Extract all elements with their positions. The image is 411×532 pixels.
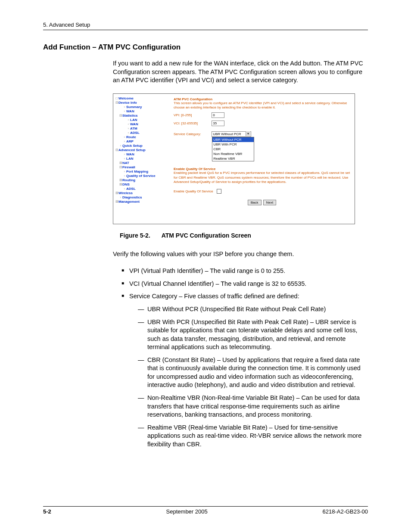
page-footer: 5-2 September 2005 6218-A2-GB23-00 <box>43 506 368 515</box>
vpi-label: VPI: [0-255] <box>174 113 211 117</box>
service-category-options[interactable]: UBR Without PCR UBR With PCR CBR Non Rea… <box>212 137 254 161</box>
tree-routing[interactable]: Routing <box>122 178 135 182</box>
figure-caption: Figure 5-2. ATM PVC Configuration Screen <box>120 232 368 239</box>
bullet-service-category: Service Category – Five classes of traff… <box>121 292 368 448</box>
bullet-vpi: VPI (Virtual Path Identifier) – The vali… <box>121 267 368 275</box>
sub-nrt-vbr: Non-Realtime VBR (Non-Real-time Variable… <box>138 394 368 419</box>
opt-ubr-without-pcr[interactable]: UBR Without PCR <box>212 137 254 142</box>
page-icon: ▫ <box>123 157 126 161</box>
service-category-label: Service Category: <box>174 132 211 136</box>
page-icon: ▫ <box>123 187 126 191</box>
bullet-service-category-text: Service Category – Five classes of traff… <box>129 293 299 300</box>
page-icon: ▫ <box>123 170 126 174</box>
tree-management[interactable]: Management <box>118 200 140 204</box>
minus-icon[interactable]: ⊟ <box>115 101 118 105</box>
tree-arp[interactable]: ARP <box>126 139 134 143</box>
vci-label: VCI: [32-65535] <box>174 121 211 125</box>
page-icon: ▫ <box>123 109 126 114</box>
qos-header: Enable Quality Of Service <box>174 167 350 171</box>
tree-firewall[interactable]: Firewall <box>122 165 135 169</box>
back-button[interactable]: Back <box>248 200 262 205</box>
opt-ubr-with-pcr[interactable]: UBR With PCR <box>212 142 254 147</box>
tree-device-info[interactable]: Device Info <box>118 101 137 105</box>
tree-adsl2[interactable]: ADSL <box>126 187 136 191</box>
page-icon: ▫ <box>119 195 122 200</box>
tree-quick-setup[interactable]: Quick Setup <box>122 144 143 148</box>
content-title: ATM PVC Configuration <box>174 97 350 101</box>
atm-pvc-screenshot: □Welcome ⊟Device Info ▫Summary ▫WAN ⊟Sta… <box>113 93 355 224</box>
page-icon: ▫ <box>123 174 126 178</box>
sub-bullet-list: UBR Without PCR (Unspecified Bit Rate wi… <box>129 305 368 448</box>
tree-welcome[interactable]: Welcome <box>118 96 134 100</box>
opt-realtime-vbr[interactable]: Realtime VBR <box>212 156 254 161</box>
vci-input[interactable]: 35 <box>212 121 224 126</box>
figure-title: ATM PVC Configuration Screen <box>162 232 251 239</box>
page-number: 5-2 <box>43 508 51 515</box>
plus-icon[interactable]: ⊞ <box>119 182 122 187</box>
page-icon: ▫ <box>123 139 126 144</box>
footer-date: September 2005 <box>166 508 208 515</box>
minus-icon[interactable]: ⊟ <box>119 165 122 170</box>
tree-route[interactable]: Route <box>126 135 136 139</box>
doc-number: 6218-A2-GB23-00 <box>322 508 368 515</box>
minus-icon[interactable]: ⊟ <box>119 114 122 118</box>
sub-cbr: CBR (Constant Bit Rate) – Used by applic… <box>138 356 368 390</box>
tree-adsl1[interactable]: ADSL <box>130 131 140 135</box>
qos-checkbox[interactable] <box>217 189 221 194</box>
header-rule <box>43 30 368 30</box>
page-icon: ▫ <box>127 131 130 135</box>
tree-wireless[interactable]: Wireless <box>118 191 133 195</box>
tree-lan2[interactable]: LAN <box>126 157 133 161</box>
minus-icon[interactable]: ⊟ <box>115 148 118 152</box>
figure-number: Figure 5-2. <box>120 232 150 239</box>
verify-paragraph: Verify the following values with your IS… <box>113 250 368 259</box>
service-category-value: UBR Without PCR <box>213 132 241 136</box>
section-title: Add Function – ATM PVC Configuration <box>43 43 368 52</box>
page-icon: ▫ <box>123 152 126 157</box>
plus-icon[interactable]: ⊞ <box>115 200 118 204</box>
plus-icon[interactable]: ⊞ <box>119 161 122 165</box>
tree-wan3[interactable]: WAN <box>126 152 134 156</box>
tree-atm[interactable]: ATM <box>130 127 137 130</box>
plus-icon[interactable]: ⊞ <box>115 191 118 195</box>
qos-checkbox-label: Enable Quality Of Service <box>174 189 213 193</box>
plus-icon[interactable]: ⊞ <box>119 178 122 182</box>
welcome-icon: □ <box>115 96 118 101</box>
tree-wan2[interactable]: WAN <box>130 122 138 126</box>
bullet-list: VPI (Virtual Path Identifier) – The vali… <box>113 267 368 448</box>
tree-nat[interactable]: NAT <box>122 161 129 165</box>
page-icon: ▫ <box>119 144 122 148</box>
page-icon: ▫ <box>127 122 130 127</box>
tree-qos[interactable]: Quality of Service <box>126 174 156 178</box>
qos-desc: Enabling packet level QoS for a PVC impr… <box>174 171 350 184</box>
sub-rt-vbr: Realtime VBR (Real-time Variable Bit Rat… <box>138 424 368 449</box>
tree-statistics[interactable]: Statistics <box>122 114 138 118</box>
config-content: ATM PVC Configuration This screen allows… <box>172 94 355 224</box>
next-button[interactable]: Next <box>263 200 276 205</box>
tree-summary[interactable]: Summary <box>126 105 142 109</box>
page-icon: ▫ <box>127 127 130 131</box>
intro-paragraph: If you want to add a new rule for the WA… <box>113 59 368 85</box>
opt-non-realtime-vbr[interactable]: Non Realtime VBR <box>212 152 254 156</box>
nav-tree: □Welcome ⊟Device Info ▫Summary ▫WAN ⊟Sta… <box>113 94 172 224</box>
bullet-vci: VCI (Virtual Channel Identifier) – The v… <box>121 280 368 288</box>
tree-port-mapping[interactable]: Port Mapping <box>126 170 148 173</box>
opt-cbr[interactable]: CBR <box>212 147 254 152</box>
vpi-input[interactable]: 0 <box>212 112 224 118</box>
service-category-select[interactable]: UBR Without PCR UBR Without PCR UBR With… <box>212 131 251 137</box>
tree-diagnostics[interactable]: Diagnostics <box>122 195 142 199</box>
content-desc: This screen allows you to configure an A… <box>174 101 350 110</box>
sub-ubr-with-pcr: UBR With PCR (Unspecified Bit Rate with … <box>138 318 368 352</box>
tree-lan1[interactable]: LAN <box>130 118 137 122</box>
tree-dns[interactable]: DNS <box>122 182 130 186</box>
chapter-header: 5. Advanced Setup <box>43 22 368 28</box>
page-icon: ▫ <box>123 135 126 139</box>
tree-wan1[interactable]: WAN <box>126 109 134 113</box>
tree-advanced-setup[interactable]: Advanced Setup <box>118 148 146 152</box>
sub-ubr-without-pcr: UBR Without PCR (Unspecified Bit Rate wi… <box>138 305 368 314</box>
page-icon: ▫ <box>127 118 130 122</box>
page-icon: ▫ <box>123 105 126 109</box>
